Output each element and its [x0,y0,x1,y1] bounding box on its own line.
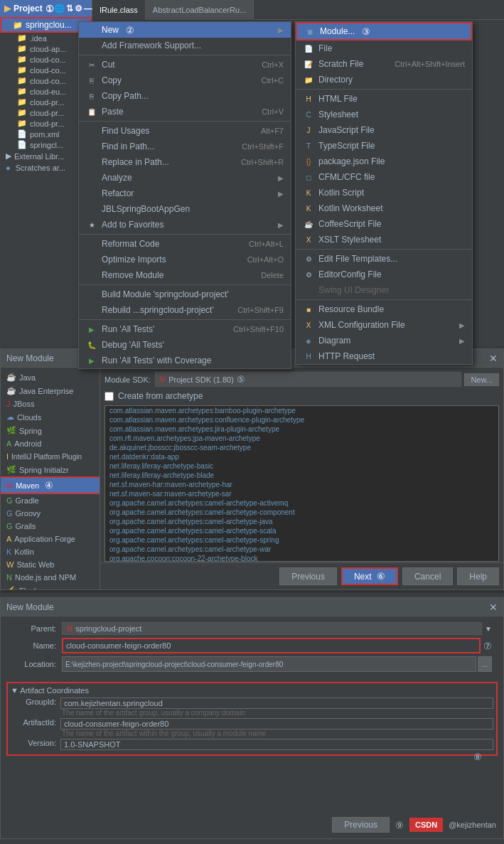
submenu-module[interactable]: ◼ Module... ③ [296,22,472,41]
archetype-item-16[interactable]: org.apache.cocoon:cocoon-22-archetype-bl… [105,554,498,562]
sdk-select-display[interactable]: M Project SDK (1.80) ⑤ [155,372,462,387]
archetype-item-12[interactable]: org.apache.camel.archetypes:camel-archet… [105,517,498,526]
menu-item-cut[interactable]: ✂ Cut Ctrl+X [79,57,291,73]
submenu-scratch[interactable]: 📝 Scratch File Ctrl+Alt+Shift+Insert [296,56,472,72]
left-android[interactable]: A Android [1,437,100,450]
submenu-xml[interactable]: X XML Configuration File ▶ [296,317,472,333]
menu-item-reformat[interactable]: Reformat Code Ctrl+Alt+L [79,236,291,252]
submenu-resource[interactable]: ■ Resource Bundle [296,301,472,317]
submenu-html[interactable]: H HTML File [296,91,472,107]
submenu-ts[interactable]: T TypeScript File [296,138,472,154]
left-gradle[interactable]: G Gradle [1,494,100,507]
dialog2-prev-btn[interactable]: Previous [332,817,390,833]
menu-item-removemodule[interactable]: Remove Module Delete [79,267,291,283]
archetype-item-14[interactable]: org.apache.camel.archetypes:camel-archet… [105,535,498,545]
artifactid-input[interactable] [60,718,493,730]
archetype-checkbox[interactable] [104,392,114,401]
parent-select-display[interactable]: M springcloud-project [62,622,482,635]
archetype-item-8[interactable]: net.sf.maven-har:maven-archetype-har [105,480,498,489]
menu-item-rebuild[interactable]: Rebuild ...springcloud-project' Ctrl+Shi… [79,302,291,318]
submenu-pkg[interactable]: {} package.json File [296,154,472,169]
project-icon-arrows[interactable]: ⇅ [66,4,73,14]
menu-item-coverage[interactable]: ▶ Run 'All Tests' with Coverage [79,353,291,368]
submenu-file[interactable]: 📄 File [296,41,472,56]
dialog1-cancel-btn[interactable]: Cancel [402,567,453,585]
submenu-css[interactable]: C Stylesheet [296,107,472,122]
menu-item-build[interactable]: Build Module 'springcloud-project' [79,287,291,302]
menu-item-paste[interactable]: 📋 Paste Ctrl+V [79,104,291,119]
left-groovy[interactable]: G Groovy [1,507,100,520]
archetype-item-10[interactable]: org.apache.camel.archetypes:camel-archet… [105,498,498,508]
dialog1-close-btn[interactable]: ✕ [489,353,498,364]
groupid-input[interactable] [60,698,493,709]
submenu-js[interactable]: J JavaScript File [296,122,472,138]
left-jboss[interactable]: J JBoss [1,397,100,410]
submenu-xslt[interactable]: X XSLT Stylesheet [296,232,472,247]
left-maven[interactable]: M Maven ④ [1,476,100,494]
location-browse-btn[interactable]: ... [478,656,492,672]
submenu-diagram[interactable]: ◈ Diagram ▶ [296,333,472,348]
menu-item-copy[interactable]: ⎘ Copy Ctrl+C [79,73,291,88]
archetype-item-4[interactable]: de.akquinet.jbosscc:jbosscc-seam-archety… [105,443,498,452]
menu-item-jbl[interactable]: JBLSpringBootAppGen [79,201,291,217]
archetype-item-7[interactable]: net.liferay.liferay-archetype-blade [105,471,498,480]
menu-item-favorites[interactable]: ★ Add to Favorites ▶ [79,217,291,233]
left-grails[interactable]: G Grails [1,520,100,533]
left-spring[interactable]: 🌿 Spring [1,424,100,437]
tab-irule[interactable]: IRule.class [92,0,146,20]
left-springinitialzr[interactable]: 🌿 Spring Initialzr [1,463,100,476]
left-appforge[interactable]: A Application Forge [1,533,100,545]
version-input[interactable] [60,739,493,750]
archetype-item-6[interactable]: net.liferay.liferay-archetype-basic [105,461,498,471]
menu-item-run[interactable]: ▶ Run 'All Tests' Ctrl+Shift+F10 [79,321,291,337]
left-java[interactable]: ☕ Java [1,370,100,384]
submenu-cfml[interactable]: ◻ CFML/CFC file [296,169,472,185]
menu-item-findinpath[interactable]: Find in Path... Ctrl+Shift+F [79,139,291,154]
menu-item-findusages[interactable]: Find Usages Alt+F7 [79,123,291,139]
submenu-http[interactable]: H HTTP Request [296,348,472,364]
submenu-kotlinws[interactable]: K Kotlin Worksheet [296,201,472,216]
name-input[interactable] [62,638,481,653]
dialog1-help-btn[interactable]: Help [457,567,499,585]
archetype-item-5[interactable]: net.datdenkr:data-app [105,452,498,461]
parent-dropdown-icon[interactable]: ▼ [485,625,492,633]
menu-item-optimize[interactable]: Optimize Imports Ctrl+Alt+O [79,252,291,267]
archetype-item-15[interactable]: org.apache.camel.archetypes:camel-archet… [105,545,498,554]
submenu-editorconfig[interactable]: ⚙ EditorConfig File [296,267,472,282]
tab-abstractlb[interactable]: AbstractLoadBalancerRu... [146,0,254,20]
archetype-item-0[interactable]: com.atlassian.maven.archetypes:bamboo-pl… [105,406,498,415]
dialog1-next-btn[interactable]: Next ⑥ [341,567,398,585]
menu-item-refactor[interactable]: Refactor ▶ [79,186,291,201]
menu-item-copypath[interactable]: ⎘ Copy Path... [79,88,291,104]
archetype-item-9[interactable]: net.sf.maven-sar:maven-archetype-sar [105,489,498,498]
menu-item-analyze[interactable]: Analyze ▶ [79,170,291,186]
submenu-edittemplate[interactable]: ⚙ Edit File Templates... [296,251,472,267]
project-icon-globe[interactable]: 🌐 [54,4,65,14]
dialog2-close-btn[interactable]: ✕ [489,602,498,613]
archetype-item-2[interactable]: com.atlassian.maven.archetypes:jira-plug… [105,424,498,434]
location-input[interactable] [62,656,476,672]
left-kotlin[interactable]: K Kotlin [1,545,100,558]
menu-item-new[interactable]: New ② ▶ [79,22,291,38]
archetype-item-3[interactable]: com.rft.maven.archetypes:jpa-maven-arche… [105,434,498,443]
menu-item-replaceinpath[interactable]: Replace in Path... Ctrl+Shift+R [79,154,291,170]
left-nodejs[interactable]: N Node.js and NPM [1,571,100,584]
left-intellij[interactable]: I IntelliJ Platform Plugin [1,450,100,463]
archetype-list[interactable]: com.atlassian.maven.archetypes:bamboo-pl… [104,405,499,562]
menu-item-debug[interactable]: 🐛 Debug 'All Tests' [79,337,291,353]
left-javaee[interactable]: ☕ Java Enterprise [1,384,100,397]
left-clouds[interactable]: ☁ Clouds [1,410,100,424]
archetype-item-13[interactable]: org.apache.camel.archetypes:camel-archet… [105,526,498,535]
project-icon-dash[interactable]: — [84,4,92,14]
submenu-dir[interactable]: 📁 Directory [296,72,472,87]
menu-item-addfw[interactable]: Add Framework Support... [79,38,291,53]
project-icon-gear[interactable]: ⚙ [75,4,82,14]
left-flash[interactable]: ⚡ Flash [1,584,100,589]
archetype-item-1[interactable]: com.atlassian.maven.archetypes:confluenc… [105,415,498,424]
submenu-coffee[interactable]: ☕ CoffeeScript File [296,216,472,232]
submenu-kotlin[interactable]: K Kotlin Script [296,185,472,201]
dialog1-prev-btn[interactable]: Previous [279,567,337,585]
archetype-item-11[interactable]: org.apache.camel.archetypes:camel-archet… [105,508,498,517]
left-staticweb[interactable]: W Static Web [1,558,100,571]
sdk-new-btn[interactable]: New... [464,373,499,386]
